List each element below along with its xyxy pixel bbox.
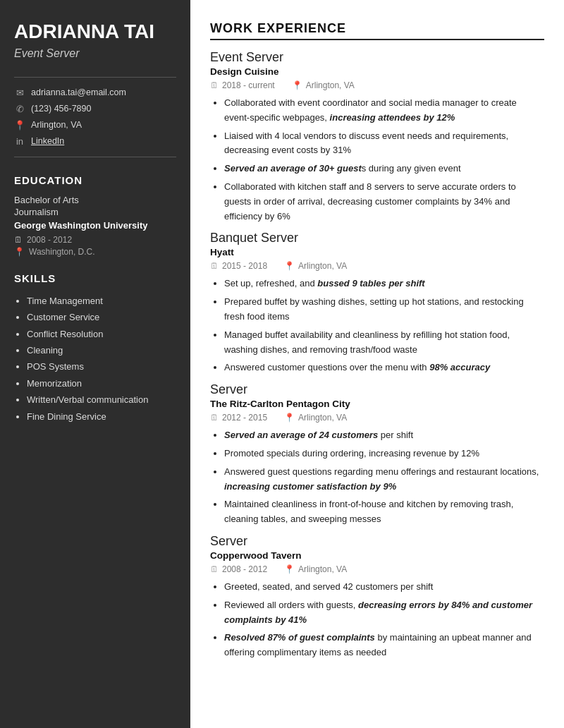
skill-item: Cleaning	[27, 342, 176, 358]
job-company-3: The Ritz-Carlton Pentagon City	[210, 399, 544, 409]
job-years-1: 🗓 2018 - current	[210, 80, 275, 90]
bullet: Managed buffet availability and cleanlin…	[224, 328, 544, 358]
job-bullets-1: Collaborated with event coordinator and …	[210, 96, 544, 224]
job-company-2: Hyatt	[210, 247, 544, 257]
calendar-icon: 🗓	[14, 235, 23, 245]
work-experience-title: WORK EXPERIENCE	[210, 21, 544, 40]
bullet: Served an average of 30+ guests during a…	[224, 162, 544, 176]
calendar-icon-4: 🗓	[210, 564, 219, 574]
main-content: WORK EXPERIENCE Event Server Design Cuis…	[190, 0, 564, 728]
edu-location-icon: 📍	[14, 247, 25, 257]
job-entry-2: Banquet Server Hyatt 🗓 2015 - 2018 📍 Arl…	[210, 231, 544, 375]
linkedin-icon: in	[14, 136, 25, 147]
location-icon: 📍	[14, 120, 25, 131]
location-item: 📍 Arlington, VA	[14, 120, 176, 131]
job-title-4: Server	[210, 534, 544, 549]
edu-years: 🗓 2008 - 2012	[14, 235, 176, 245]
bullet: Collaborated with event coordinator and …	[224, 96, 544, 126]
job-company-4: Copperwood Tavern	[210, 550, 544, 561]
sidebar: ADRIANNA TAI Event Server ✉ adrianna.tai…	[0, 0, 190, 728]
skill-item: Customer Service	[27, 309, 176, 325]
job-bullets-4: Greeted, seated, and served 42 customers…	[210, 580, 544, 660]
job-title-3: Server	[210, 382, 544, 397]
bullet: Reviewed all orders with guests, decreas…	[224, 598, 544, 628]
bullet: Greeted, seated, and served 42 customers…	[224, 580, 544, 595]
job-meta-3: 🗓 2012 - 2015 📍 Arlington, VA	[210, 413, 544, 423]
linkedin-item[interactable]: in LinkedIn	[14, 136, 176, 147]
job-meta-2: 🗓 2015 - 2018 📍 Arlington, VA	[210, 261, 544, 271]
bullet: Collaborated with kitchen staff and 8 se…	[224, 180, 544, 224]
job-years-3: 🗓 2012 - 2015	[210, 413, 267, 423]
location-icon-1: 📍	[292, 80, 302, 90]
bullet: Answered customer questions over the men…	[224, 360, 544, 375]
calendar-icon-3: 🗓	[210, 413, 219, 423]
job-entry-3: Server The Ritz-Carlton Pentagon City 🗓 …	[210, 382, 544, 527]
bullet: Answered guest questions regarding menu …	[224, 465, 544, 495]
location-value: Arlington, VA	[31, 120, 82, 130]
bullet: Resolved 87% of guest complaints by main…	[224, 631, 544, 660]
edu-degree: Bachelor of Arts	[14, 195, 176, 205]
candidate-name: ADRIANNA TAI	[14, 21, 176, 43]
phone-icon: ✆	[14, 104, 25, 114]
candidate-title: Event Server	[14, 47, 176, 60]
skills-list: Time Management Customer Service Conflic…	[14, 293, 176, 425]
edu-school: George Washington University	[14, 220, 176, 231]
bullet: Served an average of 24 customers per sh…	[224, 428, 544, 443]
email-icon: ✉	[14, 87, 25, 98]
linkedin-link[interactable]: LinkedIn	[31, 136, 64, 146]
bullet: Maintained cleanliness in front-of-house…	[224, 497, 544, 527]
job-location-2: 📍 Arlington, VA	[284, 261, 347, 271]
job-entry-1: Event Server Design Cuisine 🗓 2018 - cur…	[210, 50, 544, 224]
skill-item: Written/Verbal communication	[27, 392, 176, 408]
email-value: adrianna.tai@email.com	[31, 87, 126, 97]
job-meta-4: 🗓 2008 - 2012 📍 Arlington, VA	[210, 564, 544, 574]
job-bullets-2: Set up, refreshed, and bussed 9 tables p…	[210, 277, 544, 375]
skill-item: Time Management	[27, 293, 176, 309]
skill-item: Fine Dining Service	[27, 408, 176, 425]
contact-section: ✉ adrianna.tai@email.com ✆ (123) 456-789…	[14, 77, 176, 157]
calendar-icon-1: 🗓	[210, 80, 219, 90]
bullet: Liaised with 4 local vendors to discuss …	[224, 129, 544, 159]
job-bullets-3: Served an average of 24 customers per sh…	[210, 428, 544, 527]
job-location-1: 📍 Arlington, VA	[292, 80, 355, 90]
location-icon-2: 📍	[284, 261, 295, 271]
edu-location-value: Washington, D.C.	[29, 247, 95, 257]
job-meta-1: 🗓 2018 - current 📍 Arlington, VA	[210, 80, 544, 90]
skills-section-title: SKILLS	[14, 272, 176, 284]
location-icon-4: 📍	[284, 564, 295, 574]
bullet: Prepared buffet by washing dishes, setti…	[224, 295, 544, 324]
education-section-title: EDUCATION	[14, 174, 176, 186]
job-years-2: 🗓 2015 - 2018	[210, 261, 267, 271]
job-company-1: Design Cuisine	[210, 66, 544, 77]
location-icon-3: 📍	[284, 413, 295, 423]
bullet: Set up, refreshed, and bussed 9 tables p…	[224, 277, 544, 291]
skill-item: Conflict Resolution	[27, 326, 176, 342]
calendar-icon-2: 🗓	[210, 261, 219, 271]
job-title-1: Event Server	[210, 50, 544, 65]
email-item: ✉ adrianna.tai@email.com	[14, 87, 176, 98]
edu-years-value: 2008 - 2012	[27, 235, 72, 245]
bullet: Promoted specials during ordering, incre…	[224, 447, 544, 461]
phone-item: ✆ (123) 456-7890	[14, 104, 176, 114]
job-location-3: 📍 Arlington, VA	[284, 413, 347, 423]
edu-location: 📍 Washington, D.C.	[14, 247, 176, 257]
job-entry-4: Server Copperwood Tavern 🗓 2008 - 2012 📍…	[210, 534, 544, 660]
job-years-4: 🗓 2008 - 2012	[210, 564, 267, 574]
edu-field: Journalism	[14, 207, 176, 217]
skill-item: POS Systems	[27, 358, 176, 375]
job-title-2: Banquet Server	[210, 231, 544, 245]
job-location-4: 📍 Arlington, VA	[284, 564, 347, 574]
phone-value: (123) 456-7890	[31, 104, 91, 114]
skill-item: Memorization	[27, 375, 176, 392]
